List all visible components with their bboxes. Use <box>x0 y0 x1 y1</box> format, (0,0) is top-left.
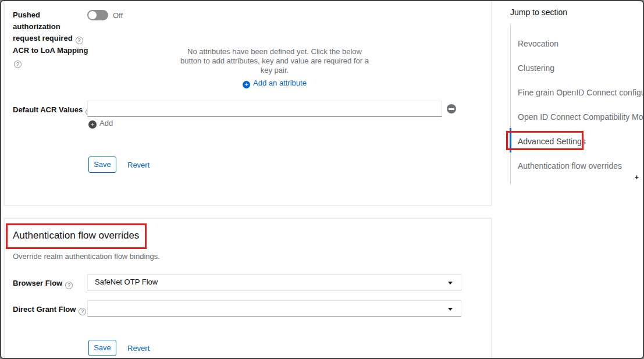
plus-circle-icon <box>88 120 97 129</box>
add-label: Add <box>99 119 113 127</box>
save-button[interactable]: Save <box>88 340 116 356</box>
chevron-down-icon <box>448 282 453 285</box>
browser-flow-value: SafeNet OTP Flow <box>95 278 158 286</box>
browser-flow-select[interactable]: SafeNet OTP Flow <box>87 274 461 290</box>
nav-active-indicator <box>510 128 511 152</box>
empty-state-line: button to add attributes, key and value … <box>147 56 403 66</box>
pushed-auth-label-text: Pushed authorization request required <box>13 10 73 42</box>
auth-flow-overrides-description: Override realm authentication flow bindi… <box>13 252 160 261</box>
help-icon[interactable] <box>79 308 86 315</box>
acr-loa-empty-state: No attributes have been defined yet. Cli… <box>147 47 403 75</box>
nav-item-fine-grain-oidc[interactable]: Fine grain OpenID Connect configuration <box>518 87 644 98</box>
chevron-down-icon <box>448 308 453 311</box>
pushed-auth-label: Pushed authorization request required <box>13 9 90 44</box>
keycloak-client-settings-screen: Pushed authorization request required Of… <box>0 0 644 359</box>
default-acr-label-text: Default ACR Values <box>13 105 83 114</box>
nav-item-revocation[interactable]: Revocation <box>518 38 558 49</box>
toggle-knob <box>88 11 97 19</box>
direct-grant-flow-select[interactable] <box>87 300 461 317</box>
help-icon[interactable] <box>65 282 73 289</box>
acr-loa-label: ACR to LoA Mapping <box>13 45 100 68</box>
nav-item-auth-flow-overrides[interactable]: Authentication flow overrides <box>518 160 622 172</box>
auth-flow-overrides-heading: Authentication flow overrides <box>13 230 139 241</box>
pushed-auth-toggle-state: Off <box>113 11 123 20</box>
pushed-auth-toggle[interactable] <box>87 10 108 20</box>
direct-grant-flow-label: Direct Grant Flow <box>13 304 86 315</box>
jump-to-section-title: Jump to section <box>510 8 567 17</box>
mouse-cursor: + <box>635 173 639 182</box>
plus-circle-icon <box>243 81 250 88</box>
default-acr-input[interactable] <box>87 101 442 117</box>
browser-flow-label: Browser Flow <box>13 278 73 289</box>
direct-grant-flow-label-text: Direct Grant Flow <box>13 305 76 314</box>
revert-button[interactable]: Revert <box>127 161 150 169</box>
revert-button[interactable]: Revert <box>127 344 150 353</box>
nav-item-oidc-compatibility[interactable]: Open ID Connect Compatibility Modes <box>518 111 644 123</box>
browser-flow-label-text: Browser Flow <box>13 279 62 287</box>
help-icon[interactable] <box>14 61 22 68</box>
add-attribute-label: Add an attribute <box>253 79 307 87</box>
empty-state-line: key pair. <box>147 66 403 75</box>
nav-item-advanced-settings[interactable]: Advanced Settings <box>518 136 586 147</box>
default-acr-label: Default ACR Values <box>13 104 93 116</box>
remove-value-icon[interactable] <box>447 104 456 113</box>
nav-item-clustering[interactable]: Clustering <box>518 62 554 74</box>
add-acr-value-button[interactable]: Add <box>88 119 113 129</box>
empty-state-line: No attributes have been defined yet. Cli… <box>147 47 403 56</box>
help-icon[interactable] <box>76 37 83 44</box>
add-attribute-button[interactable]: Add an attribute <box>147 79 403 88</box>
save-button[interactable]: Save <box>88 157 116 173</box>
acr-loa-label-text: ACR to LoA Mapping <box>13 46 88 55</box>
nav-divider-line <box>510 24 511 184</box>
